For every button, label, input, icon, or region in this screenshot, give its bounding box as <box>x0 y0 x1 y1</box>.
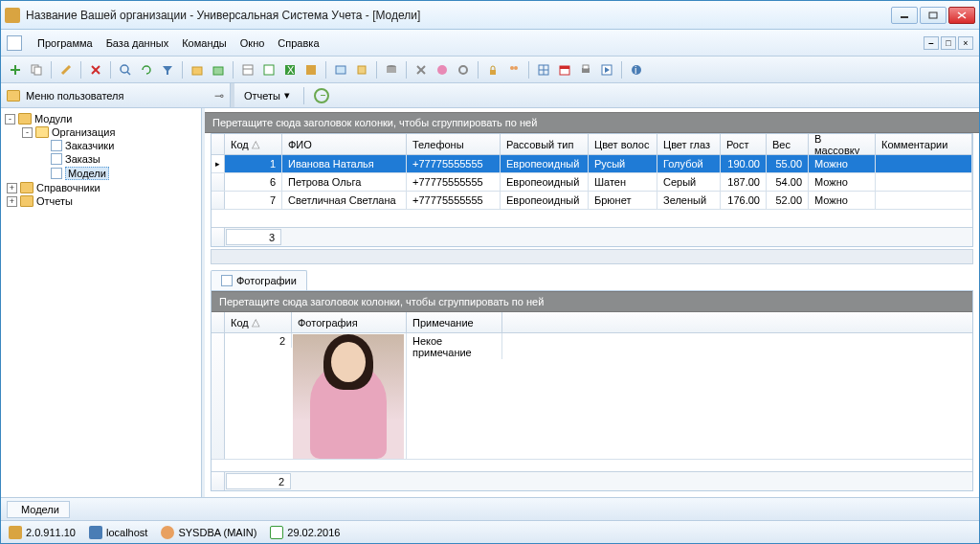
version-icon <box>9 526 22 539</box>
svg-point-30 <box>510 66 514 70</box>
statusbar: 2.0.911.10 localhost SYSDBA (MAIN) 29.02… <box>1 520 979 543</box>
tree-models[interactable]: Модели <box>51 166 199 181</box>
status-version: 2.0.911.10 <box>26 527 76 538</box>
play-icon[interactable] <box>598 61 615 79</box>
col-race[interactable]: Рассовый тип <box>501 134 589 154</box>
minimize-button[interactable] <box>891 7 918 24</box>
chevron-down-icon: ▾ <box>284 89 290 102</box>
tree-organization[interactable]: -Организация <box>22 125 199 139</box>
col-eyes[interactable]: Цвет глаз <box>657 134 721 154</box>
svg-point-27 <box>437 65 447 75</box>
calendar-icon <box>270 526 283 539</box>
menu-program[interactable]: Программа <box>37 37 93 49</box>
import-icon[interactable] <box>210 61 227 79</box>
excel2-icon[interactable] <box>302 61 320 79</box>
document-icon <box>221 275 233 286</box>
window-icon[interactable] <box>332 61 349 79</box>
refresh-icon[interactable] <box>138 61 155 79</box>
svg-rect-20 <box>306 65 316 75</box>
close-button[interactable] <box>948 7 975 24</box>
excel-icon[interactable]: X <box>281 61 299 79</box>
print-icon[interactable] <box>577 61 594 79</box>
tree-panel: -Модули -Организация Заказчики Заказы Мо… <box>1 108 202 497</box>
photos-panel: Перетащите сюда заголовок колонки, чтобы… <box>211 290 973 491</box>
db-icon[interactable] <box>383 61 400 79</box>
col-mass[interactable]: В массовку <box>809 134 876 154</box>
h-scrollbar[interactable] <box>211 249 973 264</box>
svg-point-28 <box>459 66 467 74</box>
search-icon[interactable] <box>117 61 134 79</box>
mdi-close-button[interactable]: × <box>958 36 973 50</box>
col2-photo[interactable]: Фотография <box>292 312 407 332</box>
users-icon[interactable] <box>505 61 523 79</box>
bottom-tab-models[interactable]: Модели <box>7 501 70 518</box>
bottom-tabstrip: Модели <box>1 497 979 520</box>
col2-note[interactable]: Примечание <box>407 312 502 332</box>
grid-footer: 3 <box>212 227 972 246</box>
reports-dropdown[interactable]: Отчеты ▾ <box>240 87 294 103</box>
document-icon[interactable] <box>7 35 22 51</box>
tools-icon[interactable] <box>412 61 430 79</box>
group-hint-main[interactable]: Перетащите сюда заголовок колонки, чтобы… <box>205 112 979 133</box>
lock-icon[interactable] <box>484 61 501 79</box>
col-comments[interactable]: Комментарии <box>876 134 972 154</box>
mdi-minimize-button[interactable]: ‒ <box>924 36 939 50</box>
svg-line-8 <box>62 66 70 74</box>
group-hint-photos[interactable]: Перетащите сюда заголовок колонки, чтобы… <box>212 291 972 312</box>
tab-photos[interactable]: Фотографии <box>211 270 307 290</box>
add-icon[interactable] <box>7 61 24 79</box>
col2-code[interactable]: Код △ <box>225 312 292 332</box>
svg-rect-29 <box>490 70 496 75</box>
gear-icon[interactable] <box>455 61 472 79</box>
mdi-restore-button[interactable]: □ <box>941 36 956 50</box>
menu-window[interactable]: Окно <box>240 37 265 49</box>
svg-rect-13 <box>192 67 202 75</box>
table2-icon[interactable] <box>260 61 278 79</box>
copy-icon[interactable] <box>28 61 45 79</box>
col-hair[interactable]: Цвет волос <box>589 134 657 154</box>
svg-rect-24 <box>387 67 396 73</box>
tree-refs[interactable]: +Справочники <box>7 181 199 194</box>
maximize-button[interactable] <box>920 7 947 24</box>
svg-rect-17 <box>264 65 274 75</box>
svg-point-11 <box>121 65 128 73</box>
edit-icon[interactable] <box>57 61 75 79</box>
tree-customers[interactable]: Заказчики <box>51 139 199 152</box>
col-code[interactable]: Код △ <box>225 134 282 154</box>
svg-rect-21 <box>336 66 345 74</box>
col-phones[interactable]: Телефоны <box>407 134 501 154</box>
export-icon[interactable] <box>189 61 206 79</box>
svg-line-12 <box>127 72 130 75</box>
status-host: localhost <box>106 527 147 538</box>
clock-icon[interactable] <box>314 88 329 103</box>
table-icon[interactable] <box>239 61 256 79</box>
svg-text:i: i <box>635 64 636 76</box>
form-icon[interactable] <box>353 61 370 79</box>
table-row[interactable]: ▸ 1 Иванова Наталья +77775555555 Европео… <box>212 155 972 173</box>
tree-orders[interactable]: Заказы <box>51 152 199 166</box>
app-window: Название Вашей организации - Универсальн… <box>0 0 980 544</box>
col-fio[interactable]: ФИО <box>282 134 407 154</box>
menu-help[interactable]: Справка <box>278 37 319 49</box>
palette-icon[interactable] <box>434 61 451 79</box>
menu-database[interactable]: База данных <box>106 37 169 49</box>
col-weight[interactable]: Вес <box>767 134 809 154</box>
pin-icon[interactable]: ⊸ <box>214 89 224 102</box>
delete-icon[interactable] <box>87 61 104 79</box>
table-row[interactable]: 6 Петрова Ольга +77775555555 Европеоидны… <box>212 173 972 192</box>
filter-icon[interactable] <box>159 61 176 79</box>
table-row[interactable]: 2 Некое примечание <box>212 333 972 460</box>
menu-commands[interactable]: Команды <box>182 37 227 49</box>
table-row[interactable]: 7 Светличная Светлана +77775555555 Европ… <box>212 192 972 210</box>
grid-icon[interactable] <box>535 61 552 79</box>
calendar-icon[interactable] <box>556 61 573 79</box>
svg-text:X: X <box>287 64 295 76</box>
folder-icon <box>7 90 20 102</box>
col-height[interactable]: Рост <box>721 134 767 154</box>
user-menu-label: Меню пользователя <box>26 90 123 102</box>
titlebar[interactable]: Название Вашей организации - Универсальн… <box>1 1 979 30</box>
tree-reports[interactable]: +Отчеты <box>7 194 199 208</box>
svg-rect-15 <box>243 65 253 75</box>
info-icon[interactable]: i <box>628 61 645 79</box>
tree-modules[interactable]: -Модули <box>5 112 199 125</box>
